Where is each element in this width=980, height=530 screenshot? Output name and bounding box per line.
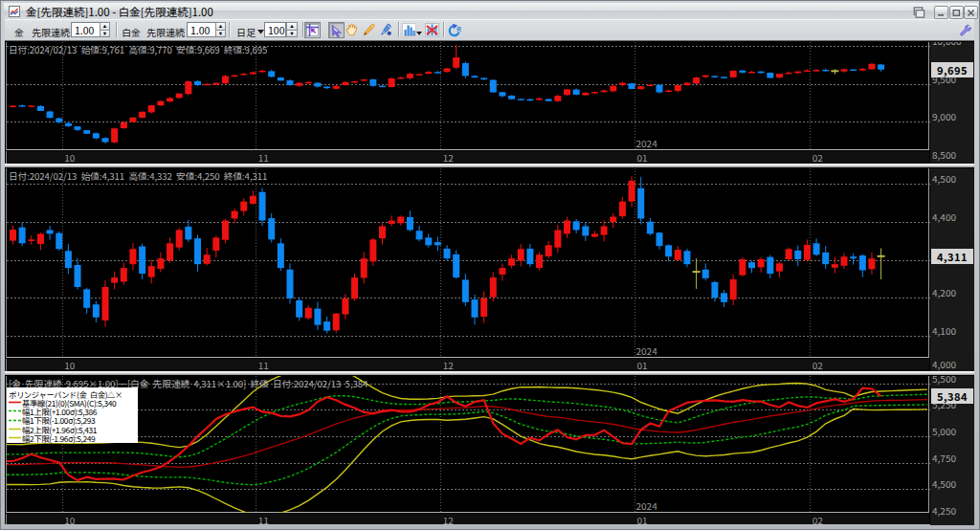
axis-label: 4,000 (932, 360, 956, 369)
window-frame: 金[先限連続]1.00 - 白金[先限連続]1.00 金 先限連続 ▲▼ 白金 … (0, 0, 980, 530)
hand-icon (345, 23, 359, 37)
axis-label: 4,750 (932, 453, 956, 463)
month-axis-platinum: 1011120102 (6, 359, 929, 371)
instrument1-label: 金 (14, 25, 24, 39)
close-button[interactable] (964, 6, 978, 19)
chart-type-button[interactable] (401, 22, 417, 38)
toolbar-separator (443, 22, 444, 37)
axis-label: 4,500 (932, 174, 956, 184)
hand-tool-button[interactable] (344, 22, 360, 38)
year-label: 2024 (636, 501, 657, 511)
month-label: 11 (258, 516, 269, 525)
panel-info-gold: 日付:2024/02/13 始値:9,761 高値:9,770 安値:9,669… (9, 43, 267, 56)
chart-delete-icon (425, 23, 439, 37)
instrument2-multiplier-spinner[interactable]: ▲▼ (215, 22, 226, 37)
wrench-icon (958, 23, 972, 37)
chart-window-icon (9, 6, 20, 17)
cursor-arrow-icon (330, 24, 343, 37)
axis-label: 4,250 (932, 506, 956, 516)
month-label: 02 (813, 516, 823, 525)
remove-chart-button[interactable] (424, 22, 440, 38)
spin-down-icon[interactable]: ▼ (215, 31, 226, 38)
spin-down-icon[interactable]: ▼ (286, 31, 298, 38)
year-label: 2024 (636, 139, 657, 148)
axis-label: 9,000 (932, 112, 956, 121)
month-label: 12 (443, 361, 454, 370)
cascade-windows-icon[interactable] (911, 6, 925, 19)
axis-label: 10,000 (932, 42, 962, 46)
refresh-icon: R (447, 23, 462, 38)
crosshair-mode-button[interactable] (304, 22, 321, 38)
instrument1-multiplier-input[interactable] (71, 22, 100, 37)
settings-wrench-icon[interactable] (957, 22, 973, 38)
toolbar-separator (116, 22, 117, 37)
chart-area[interactable]: 2024日付:2024/02/13 始値:9,761 高値:9,770 安値:9… (5, 41, 974, 524)
minimize-icon (937, 9, 946, 17)
legend-swatch-icon (9, 407, 21, 415)
period-dropdown-label[interactable]: 日足 (236, 25, 256, 39)
month-axis-gold: 1011120102 (6, 151, 929, 164)
month-label: 12 (443, 516, 454, 525)
legend-row: 幅2下限(-1.96σ):5,249 (9, 433, 138, 442)
month-axis-spread: 1011120102 (6, 514, 929, 524)
spin-down-icon[interactable]: ▼ (100, 31, 110, 38)
svg-text:R: R (457, 26, 461, 33)
month-label: 12 (443, 153, 454, 163)
minimize-button[interactable] (934, 6, 948, 19)
panel-separator (5, 371, 974, 375)
period-dropdown-arrow-icon[interactable] (257, 30, 264, 34)
refresh-button[interactable]: R (446, 22, 462, 38)
marker-tool-button[interactable] (377, 22, 393, 38)
crosshair-mode-icon (306, 24, 319, 36)
pencil-icon (362, 23, 376, 37)
instrument1-multiplier-spinner[interactable]: ▲▼ (100, 22, 110, 37)
month-label: 10 (64, 361, 75, 370)
axis-label: 4,100 (932, 326, 956, 336)
panel-separator (5, 164, 974, 167)
legend-swatch-icon (9, 425, 21, 433)
bar-count-input[interactable] (264, 22, 286, 37)
window-title: 金[先限連続]1.00 - 白金[先限連続]1.00 (26, 4, 213, 19)
month-label: 01 (636, 153, 647, 163)
bollinger-legend[interactable]: ボリンジャーバンド(金 白金)△×基準線(21)(0)(SMA)(C):5,34… (7, 387, 138, 443)
instrument2-label: 白金 (122, 25, 141, 39)
value-axis-gold: 10,0009,5009,0008,5009,695 (930, 42, 974, 165)
month-label: 10 (64, 516, 75, 525)
panel-plot-gold[interactable]: 2024日付:2024/02/13 始値:9,761 高値:9,770 安値:9… (6, 42, 929, 150)
last-price-badge-platinum: 4,311 (931, 249, 973, 264)
maximize-button[interactable] (949, 6, 964, 19)
instrument2-multiplier-input[interactable] (187, 22, 216, 37)
panel-info-platinum: 日付:2024/02/13 始値:4,311 高値:4,332 安値:4,250… (9, 169, 267, 183)
toolbar-separator (302, 22, 303, 37)
toolbar-separator (398, 22, 399, 37)
month-label: 01 (636, 516, 647, 525)
instrument2-series-label: 先限連続 (146, 25, 185, 39)
pencil-tool-button[interactable] (361, 22, 377, 38)
bar-count-spinner[interactable]: ▲▼ (286, 22, 298, 37)
app-window: {"window":{"title":"金[先限連続]1.00 - 白金[先限連… (0, 0, 980, 530)
value-axis-spread: 5,5005,2505,0004,7504,5004,2505,384 (930, 376, 974, 525)
bar-chart-icon (402, 23, 416, 37)
axis-label: 5,500 (932, 376, 956, 384)
legend-swatch-icon (9, 433, 21, 442)
plot-canvas-platinum (7, 168, 930, 358)
plot-canvas-gold (7, 42, 930, 150)
legend-swatch-icon (9, 398, 21, 407)
close-icon (967, 9, 975, 17)
last-price-badge-spread: 5,384 (931, 388, 973, 404)
axis-label: 4,500 (932, 479, 956, 489)
toolbar: 金 先限連続 ▲▼ 白金 先限連続 ▲▼ 日足 ▲▼ (5, 19, 974, 41)
month-label: 10 (64, 153, 75, 163)
plot-canvas-spread (7, 376, 930, 513)
last-price-badge-gold: 9,695 (931, 62, 973, 77)
chart-type-dropdown-arrow-icon[interactable] (416, 32, 422, 35)
month-label: 02 (813, 361, 823, 370)
cursor-tool-button[interactable] (328, 22, 345, 38)
panel-plot-platinum[interactable]: 2024日付:2024/02/13 始値:4,311 高値:4,332 安値:4… (6, 168, 929, 358)
titlebar[interactable]: 金[先限連続]1.00 - 白金[先限連続]1.00 (4, 3, 978, 19)
value-axis-platinum: 4,5004,4004,2004,1004,0004,311 (930, 168, 974, 372)
month-label: 11 (258, 153, 269, 163)
instrument1-series-label: 先限連続 (32, 25, 70, 39)
legend-swatch-icon (9, 416, 21, 425)
panel-plot-spread[interactable]: 2024[金 先限連続 9,695×1.00]－[白金 先限連続 4,311×1… (6, 376, 929, 513)
